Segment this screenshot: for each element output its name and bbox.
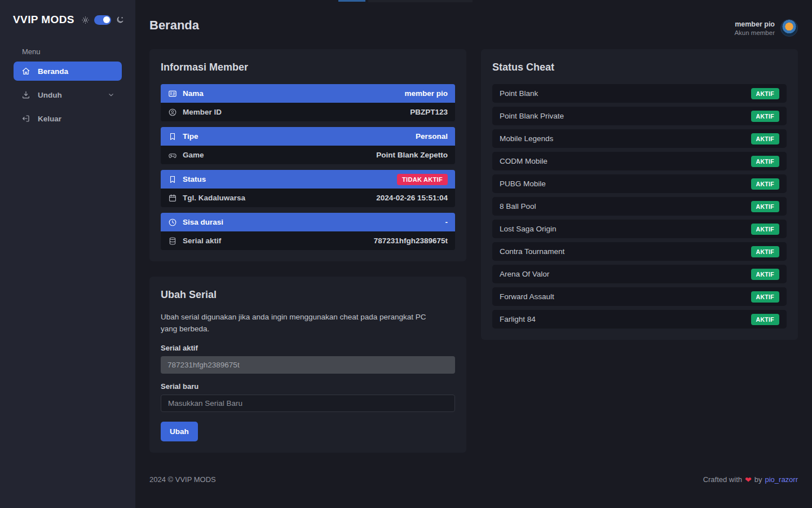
info-row-label-group: Game — [168, 151, 204, 160]
info-row: Nama member pio — [161, 84, 455, 103]
cheat-name: Point Blank Private — [500, 112, 564, 120]
bookmark-icon — [168, 132, 177, 141]
sidebar-item-label: Keluar — [38, 115, 61, 123]
status-badge: AKTIF — [751, 178, 779, 190]
theme-toggle[interactable] — [94, 15, 111, 25]
ubah-button[interactable]: Ubah — [161, 422, 198, 441]
status-badge: AKTIF — [751, 314, 779, 325]
cheat-name: CODM Mobile — [500, 157, 548, 165]
status-cheat-card: Status Cheat Point Blank AKTIF Point Bla… — [481, 49, 798, 340]
info-row-value: 787231hfgh2389675t — [374, 237, 448, 245]
ubah-serial-description: Ubah serial digunakan jika anda ingin me… — [161, 312, 443, 335]
download-icon — [21, 90, 30, 99]
status-badge: AKTIF — [751, 269, 779, 280]
home-icon — [21, 67, 30, 76]
status-badge: AKTIF — [751, 291, 779, 303]
cheat-name: Forward Assault — [500, 292, 554, 301]
user-text: member pio Akun member — [734, 20, 775, 36]
page-title: Beranda — [149, 18, 199, 33]
cheat-row: Forward Assault AKTIF — [492, 287, 787, 306]
brand-row: VVIP MODS — [0, 0, 135, 26]
user-role: Akun member — [734, 29, 775, 36]
crafted-middle: by — [754, 475, 762, 484]
cheat-row: PUBG Mobile AKTIF — [492, 174, 787, 193]
serial-aktif-label: Serial aktif — [161, 344, 455, 352]
right-column: Status Cheat Point Blank AKTIF Point Bla… — [481, 49, 798, 340]
info-row-label: Nama — [183, 89, 204, 98]
heart-icon: ❤ — [745, 475, 752, 484]
top-dark-bar — [368, 0, 473, 2]
member-info-title: Informasi Member — [161, 62, 455, 73]
info-row-label: Member ID — [183, 108, 222, 116]
person-circle-icon — [168, 108, 177, 117]
cheat-name: PUBG Mobile — [500, 179, 546, 188]
info-row-label: Tipe — [183, 132, 198, 141]
brand-title: VVIP MODS — [13, 14, 74, 26]
info-row-label-group: Sisa durasi — [168, 218, 223, 227]
status-badge: AKTIF — [751, 224, 779, 235]
info-row: Tipe Personal — [161, 127, 455, 146]
info-row: Tgl. Kadaluwarsa 2024-02-26 15:51:04 — [161, 189, 455, 207]
moon-stars-icon — [116, 16, 124, 24]
sidebar-item-label: Beranda — [38, 67, 68, 76]
info-row-label: Status — [183, 175, 206, 183]
status-badge: AKTIF — [751, 246, 779, 257]
info-row-label-group: Tipe — [168, 132, 198, 141]
sidebar-item-unduh[interactable]: Unduh — [14, 85, 122, 104]
info-row-value: member pio — [404, 89, 448, 98]
chevron-down-icon — [107, 91, 115, 99]
info-row: Serial aktif 787231hfgh2389675t — [161, 231, 455, 250]
theme-switcher — [81, 15, 124, 25]
status-badge: AKTIF — [751, 133, 779, 144]
info-row-label: Sisa durasi — [183, 218, 223, 226]
logout-icon — [21, 114, 30, 123]
member-info-rows: Nama member pio Member ID PBZPT123 — [161, 84, 455, 250]
info-row-label-group: Status — [168, 175, 206, 184]
sidebar-item-keluar[interactable]: Keluar — [14, 109, 122, 128]
cheat-row: CODM Mobile AKTIF — [492, 152, 787, 170]
sidebar-item-beranda[interactable]: Beranda — [14, 62, 122, 81]
app-root: VVIP MODS Menu Beranda Unduh — [0, 0, 812, 508]
info-row: Status TIDAK AKTIF — [161, 170, 455, 189]
author-link[interactable]: pio_razorr — [765, 475, 798, 484]
serial-aktif-input — [161, 356, 455, 374]
cheat-row: Contra Tournament AKTIF — [492, 242, 787, 261]
info-row-value: - — [445, 218, 448, 226]
cheat-row: 8 Ball Pool AKTIF — [492, 197, 787, 216]
cheat-name: Point Blank — [500, 89, 538, 98]
database-icon — [168, 237, 177, 246]
footer: 2024 © VVIP MODS Crafted with ❤ by pio_r… — [149, 475, 798, 484]
cheat-row: Mobile Legends AKTIF — [492, 129, 787, 148]
cheat-row: Point Blank AKTIF — [492, 84, 787, 103]
cheat-name: Mobile Legends — [500, 134, 553, 143]
info-row-label-group: Member ID — [168, 108, 222, 117]
toggle-knob — [103, 16, 110, 23]
status-cheat-rows: Point Blank AKTIF Point Blank Private AK… — [492, 84, 787, 329]
footer-copyright: 2024 © VVIP MODS — [149, 475, 216, 484]
info-row-value: Personal — [416, 132, 448, 141]
sidebar-item-label: Unduh — [38, 91, 62, 99]
top-blue-bar — [338, 0, 365, 2]
cheat-name: Arena Of Valor — [500, 270, 549, 278]
member-info-card: Informasi Member Nama member pio — [149, 49, 466, 261]
serial-baru-input[interactable] — [161, 395, 455, 412]
serial-baru-label: Serial baru — [161, 382, 455, 391]
cheat-row: Arena Of Valor AKTIF — [492, 265, 787, 283]
cheat-name: Lost Saga Origin — [500, 225, 557, 233]
info-row-value: Point Blank Zepetto — [376, 151, 448, 159]
menu-label: Menu — [22, 47, 135, 56]
status-cheat-title: Status Cheat — [492, 62, 787, 73]
info-row: Member ID PBZPT123 — [161, 103, 455, 121]
info-row-label: Tgl. Kadaluwarsa — [183, 194, 245, 202]
status-badge: AKTIF — [751, 88, 779, 99]
status-badge: AKTIF — [751, 156, 779, 167]
info-row-value: TIDAK AKTIF — [397, 174, 448, 185]
ubah-serial-card: Ubah Serial Ubah serial digunakan jika a… — [149, 277, 466, 453]
user-menu[interactable]: member pio Akun member — [734, 19, 798, 37]
info-row-label-group: Nama — [168, 89, 204, 98]
cheat-row: Farlight 84 AKTIF — [492, 310, 787, 329]
avatar[interactable] — [780, 19, 798, 37]
left-column: Informasi Member Nama member pio — [149, 49, 466, 453]
footer-credit: Crafted with ❤ by pio_razorr — [703, 475, 798, 484]
crafted-prefix: Crafted with — [703, 475, 742, 484]
